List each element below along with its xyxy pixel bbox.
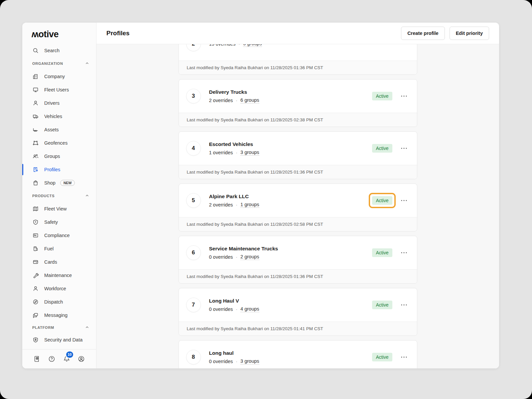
profile-name: Long Haul V [209,298,372,304]
groups-link[interactable]: 3 groups [240,358,259,364]
sidebar-item-profiles[interactable]: Profiles [22,163,96,176]
profile-card[interactable]: 5 Alpine Park LLC 2 overrides · 1 groups [179,184,417,231]
section-header-platform[interactable]: PLATFORM [22,322,96,333]
separator-dot: · [236,254,237,260]
page-title: Profiles [106,30,130,37]
more-options-button[interactable] [400,303,408,307]
sidebar-item-label: Vehicles [44,114,62,119]
guide-book-icon[interactable] [33,355,41,363]
profile-card[interactable]: 7 Long Haul V 0 overrides · 4 groups Act… [179,288,417,336]
groups-link[interactable]: 5 groups [243,44,262,47]
sidebar-item-groups[interactable]: Groups [22,150,96,163]
main-panel: Profiles Create profile Edit priority 2 … [96,23,499,368]
notifications-bell-icon[interactable]: 10 [62,355,71,363]
last-modified: Last modified by Syeda Raiha Bukhari on … [179,113,417,127]
ellipsis-icon [401,95,407,97]
overrides-count: 15 overrides [209,44,236,47]
separator-dot: · [238,44,240,47]
sidebar-item-geofences[interactable]: Geofences [22,136,96,150]
more-options-button[interactable] [400,199,408,202]
groups-link[interactable]: 3 groups [240,150,259,156]
sidebar-item-label: Company [44,74,65,79]
map-icon [32,205,39,212]
building-icon [32,73,39,80]
sidebar-item-label: Shop [44,180,56,186]
section-label: PLATFORM [32,326,54,330]
edit-priority-button[interactable]: Edit priority [450,27,489,40]
section-label: ORGANIZATION [32,62,63,66]
create-profile-button[interactable]: Create profile [401,27,445,40]
shield-icon [32,219,39,225]
search-icon [32,47,39,54]
sidebar-item-assets[interactable]: Assets [22,123,96,136]
section-header-organization[interactable]: ORGANIZATION [22,57,96,70]
section-header-products[interactable]: PRODUCTS [22,190,96,202]
help-icon[interactable] [48,355,56,363]
sidebar-item-compliance[interactable]: Compliance [22,229,96,242]
desktop-background: ʍotive Search ORGANIZATION Company Fleet… [0,0,532,399]
sidebar-item-fleet-view[interactable]: Fleet View [22,202,96,215]
profile-card[interactable]: 8 Long haul 0 overrides · 3 groups Activ… [179,340,417,368]
sidebar-item-safety[interactable]: Safety [22,215,96,229]
groups-link[interactable]: 1 groups [240,202,259,208]
profile-card[interactable]: 3 Delivery Trucks 2 overrides · 6 groups… [179,79,417,127]
more-options-button[interactable] [400,94,408,98]
sidebar-item-workforce[interactable]: Workforce [22,282,96,295]
overrides-count: 0 overrides [209,359,233,364]
sidebar-item-fleet-users[interactable]: Fleet Users [22,83,96,96]
sidebar-item-label: Safety [44,219,58,225]
profiles-list-scroll-area[interactable]: 2 15 overrides · 5 groups [96,44,499,368]
motive-logo: ʍotive [32,29,59,39]
sidebar-item-fuel[interactable]: Fuel [22,242,96,255]
more-options-button[interactable] [400,355,408,359]
ellipsis-icon [401,252,407,253]
sidebar-item-dispatch[interactable]: Dispatch [22,295,96,309]
groups-link[interactable]: 6 groups [240,97,259,103]
new-badge: NEW [60,180,75,186]
sidebar-item-label: Security and Data [44,337,82,342]
section-label: PRODUCTS [32,194,55,198]
groups-link[interactable]: 4 groups [240,306,259,312]
page-header: Profiles Create profile Edit priority [96,23,499,44]
overrides-count: 2 overrides [209,202,233,207]
priority-number: 7 [186,298,201,312]
user-account-icon[interactable] [77,355,86,363]
profile-card[interactable]: 6 Service Maintenance Trucks 0 overrides… [179,236,417,284]
status-badge: Active [372,353,392,362]
sidebar-item-shop[interactable]: Shop NEW [22,176,96,190]
sidebar-item-search[interactable]: Search [22,44,96,57]
priority-number: 4 [186,141,201,156]
sidebar-item-company[interactable]: Company [22,70,96,83]
overrides-count: 0 overrides [209,254,233,260]
sidebar-item-messaging[interactable]: Messaging [22,309,96,322]
sidebar-item-vehicles[interactable]: Vehicles [22,110,96,123]
profile-name: Escorted Vehicles [209,141,372,147]
sidebar-item-label: Fleet View [44,206,66,211]
people-group-icon [32,153,39,160]
sidebar-item-cards[interactable]: Cards [22,255,96,269]
sidebar-item-maintenance[interactable]: Maintenance [22,269,96,282]
shopping-bag-icon [32,180,39,186]
dispatch-compass-icon [32,299,39,305]
overrides-count: 0 overrides [209,307,233,312]
sidebar-item-drivers[interactable]: Drivers [22,96,96,110]
profile-name: Service Maintenance Trucks [209,246,372,252]
ellipsis-icon [401,200,407,201]
more-options-button[interactable] [400,251,408,255]
groups-link[interactable]: 2 groups [240,254,259,260]
more-options-button[interactable] [400,146,408,150]
chat-bubbles-icon [32,312,39,319]
sidebar-item-label: Messaging [44,313,67,318]
geofence-polygon-icon [32,140,39,146]
sidebar-item-security-and-data[interactable]: Security and Data [22,333,96,346]
sidebar-bottom-bar: 10 [22,349,96,368]
profile-card[interactable]: 4 Escorted Vehicles 1 overrides · 3 grou… [179,131,417,179]
profile-card[interactable]: 2 15 overrides · 5 groups [179,44,417,75]
overrides-count: 1 overrides [209,150,233,155]
sidebar-item-label: Groups [44,154,60,159]
separator-dot: · [236,98,237,103]
priority-number: 2 [186,44,201,51]
chart-frame-icon [32,232,39,239]
status-badge: Active [372,92,392,101]
priority-number: 5 [186,193,201,208]
